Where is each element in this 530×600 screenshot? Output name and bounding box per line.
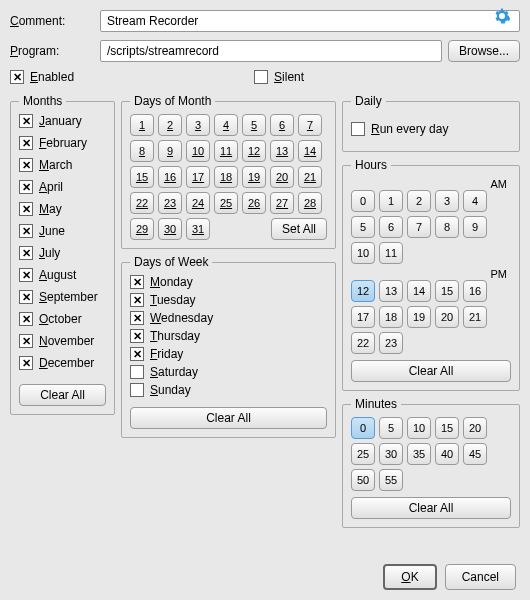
- hour-button[interactable]: 8: [435, 216, 459, 238]
- day-of-month-button[interactable]: 29: [130, 218, 154, 240]
- day-of-month-button[interactable]: 17: [186, 166, 210, 188]
- browse-button[interactable]: Browse...: [448, 40, 520, 62]
- minute-button[interactable]: 35: [407, 443, 431, 465]
- dow-clear-all-button[interactable]: Clear All: [130, 407, 327, 429]
- day-of-month-button[interactable]: 20: [270, 166, 294, 188]
- day-of-month-button[interactable]: 13: [270, 140, 294, 162]
- hour-button[interactable]: 5: [351, 216, 375, 238]
- day-of-month-button[interactable]: 15: [130, 166, 154, 188]
- day-of-month-button[interactable]: 14: [298, 140, 322, 162]
- ok-button[interactable]: OK: [383, 564, 436, 590]
- months-checkbox[interactable]: [19, 114, 33, 128]
- hour-button[interactable]: 10: [351, 242, 375, 264]
- day-of-month-button[interactable]: 26: [242, 192, 266, 214]
- months-clear-all-button[interactable]: Clear All: [19, 384, 106, 406]
- months-checkbox[interactable]: [19, 246, 33, 260]
- hour-button[interactable]: 1: [379, 190, 403, 212]
- months-checkbox[interactable]: [19, 158, 33, 172]
- months-checkbox[interactable]: [19, 268, 33, 282]
- day-of-month-button[interactable]: 21: [298, 166, 322, 188]
- day-of-month-button[interactable]: 12: [242, 140, 266, 162]
- gear-icon[interactable]: [494, 8, 510, 24]
- minute-button[interactable]: 25: [351, 443, 375, 465]
- minute-button[interactable]: 50: [351, 469, 375, 491]
- hour-button[interactable]: 12: [351, 280, 375, 302]
- hour-button[interactable]: 7: [407, 216, 431, 238]
- day-of-month-button[interactable]: 1: [130, 114, 154, 136]
- hour-button[interactable]: 20: [435, 306, 459, 328]
- day-of-month-button[interactable]: 31: [186, 218, 210, 240]
- months-checkbox[interactable]: [19, 290, 33, 304]
- daysOfWeek-checkbox[interactable]: [130, 311, 144, 325]
- months-checkbox[interactable]: [19, 224, 33, 238]
- daysOfWeek-checkbox[interactable]: [130, 365, 144, 379]
- run-every-day-checkbox[interactable]: [351, 122, 365, 136]
- minute-button[interactable]: 0: [351, 417, 375, 439]
- day-of-month-button[interactable]: 23: [158, 192, 182, 214]
- hour-button[interactable]: 9: [463, 216, 487, 238]
- hour-button[interactable]: 22: [351, 332, 375, 354]
- day-of-month-button[interactable]: 25: [214, 192, 238, 214]
- minute-button[interactable]: 40: [435, 443, 459, 465]
- day-of-month-button[interactable]: 3: [186, 114, 210, 136]
- hour-button[interactable]: 18: [379, 306, 403, 328]
- day-of-month-button[interactable]: 28: [298, 192, 322, 214]
- day-of-month-button[interactable]: 10: [186, 140, 210, 162]
- hour-button[interactable]: 17: [351, 306, 375, 328]
- minute-button[interactable]: 45: [463, 443, 487, 465]
- minute-button[interactable]: 30: [379, 443, 403, 465]
- hour-button[interactable]: 14: [407, 280, 431, 302]
- months-checkbox[interactable]: [19, 312, 33, 326]
- hour-button[interactable]: 11: [379, 242, 403, 264]
- minute-button[interactable]: 20: [463, 417, 487, 439]
- day-of-month-button[interactable]: 11: [214, 140, 238, 162]
- daysOfWeek-checkbox[interactable]: [130, 275, 144, 289]
- hour-button[interactable]: 21: [463, 306, 487, 328]
- comment-input[interactable]: [100, 10, 520, 32]
- hour-button[interactable]: 23: [379, 332, 403, 354]
- day-of-month-button[interactable]: 22: [130, 192, 154, 214]
- months-checkbox[interactable]: [19, 356, 33, 370]
- day-of-month-button[interactable]: 5: [242, 114, 266, 136]
- day-of-month-button[interactable]: 18: [214, 166, 238, 188]
- months-checkbox[interactable]: [19, 136, 33, 150]
- minute-button[interactable]: 55: [379, 469, 403, 491]
- daysOfWeek-checkbox[interactable]: [130, 347, 144, 361]
- daysOfWeek-checkbox[interactable]: [130, 293, 144, 307]
- day-of-month-button[interactable]: 7: [298, 114, 322, 136]
- hours-clear-all-button[interactable]: Clear All: [351, 360, 511, 382]
- hour-button[interactable]: 19: [407, 306, 431, 328]
- minute-button[interactable]: 10: [407, 417, 431, 439]
- hour-button[interactable]: 2: [407, 190, 431, 212]
- dom-set-all-button[interactable]: Set All: [271, 218, 327, 240]
- enabled-checkbox[interactable]: [10, 70, 24, 84]
- day-of-month-button[interactable]: 9: [158, 140, 182, 162]
- day-of-month-button[interactable]: 19: [242, 166, 266, 188]
- months-checkbox[interactable]: [19, 180, 33, 194]
- hour-button[interactable]: 3: [435, 190, 459, 212]
- hour-button[interactable]: 15: [435, 280, 459, 302]
- program-input[interactable]: [100, 40, 442, 62]
- day-of-month-button[interactable]: 16: [158, 166, 182, 188]
- minute-button[interactable]: 5: [379, 417, 403, 439]
- cancel-button[interactable]: Cancel: [445, 564, 516, 590]
- minutes-clear-all-button[interactable]: Clear All: [351, 497, 511, 519]
- daysOfWeek-checkbox[interactable]: [130, 329, 144, 343]
- months-checkbox[interactable]: [19, 202, 33, 216]
- day-of-month-button[interactable]: 24: [186, 192, 210, 214]
- day-of-month-button[interactable]: 30: [158, 218, 182, 240]
- hour-button[interactable]: 4: [463, 190, 487, 212]
- hour-button[interactable]: 16: [463, 280, 487, 302]
- minute-button[interactable]: 15: [435, 417, 459, 439]
- day-of-month-button[interactable]: 2: [158, 114, 182, 136]
- hour-button[interactable]: 6: [379, 216, 403, 238]
- day-of-month-button[interactable]: 6: [270, 114, 294, 136]
- hour-button[interactable]: 13: [379, 280, 403, 302]
- daysOfWeek-checkbox[interactable]: [130, 383, 144, 397]
- silent-checkbox[interactable]: [254, 70, 268, 84]
- day-of-month-button[interactable]: 4: [214, 114, 238, 136]
- day-of-month-button[interactable]: 27: [270, 192, 294, 214]
- months-checkbox[interactable]: [19, 334, 33, 348]
- hour-button[interactable]: 0: [351, 190, 375, 212]
- day-of-month-button[interactable]: 8: [130, 140, 154, 162]
